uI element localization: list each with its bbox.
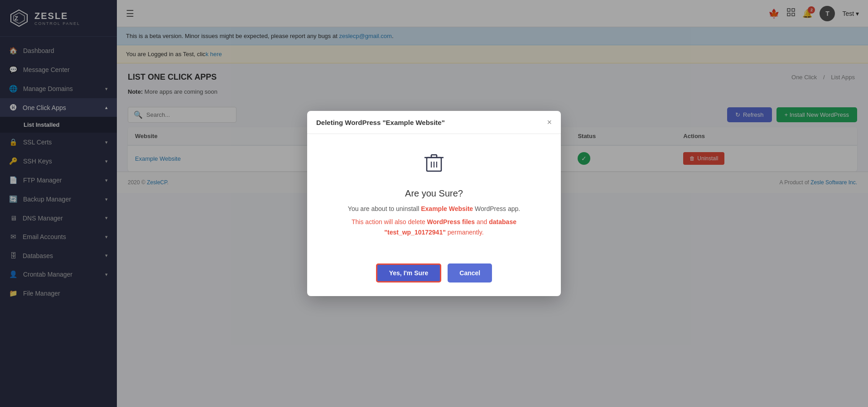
modal-footer: Yes, I'm Sure Cancel (307, 263, 561, 296)
modal-warning: This action will also delete WordPress f… (325, 217, 543, 237)
confirm-delete-button[interactable]: Yes, I'm Sure (376, 263, 442, 283)
modal-title: Deleting WordPress "Example Website" (316, 119, 445, 126)
modal-body: Are you Sure? You are about to uninstall… (307, 134, 561, 263)
modal-close-button[interactable]: × (547, 118, 552, 126)
modal-are-you-sure: Are you Sure? (325, 188, 543, 199)
trash-icon-large (325, 150, 543, 179)
modal-overlay[interactable]: Deleting WordPress "Example Website" × A… (0, 0, 868, 407)
modal-header: Deleting WordPress "Example Website" × (307, 111, 561, 134)
delete-confirmation-modal: Deleting WordPress "Example Website" × A… (307, 111, 561, 296)
cancel-button[interactable]: Cancel (448, 263, 492, 283)
modal-description: You are about to uninstall Example Websi… (325, 205, 543, 212)
highlighted-website: Example Website (421, 205, 473, 212)
